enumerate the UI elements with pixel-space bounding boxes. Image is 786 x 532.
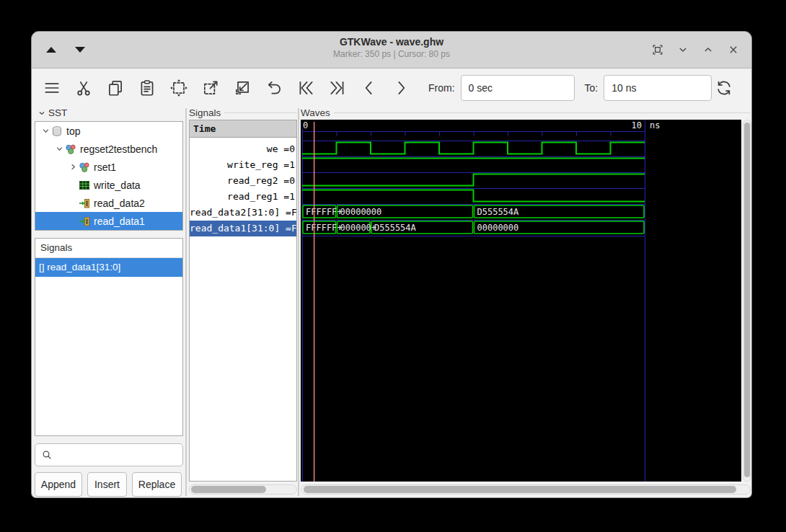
timeline-unit-label: ns [650, 120, 660, 130]
prev-edge-button[interactable] [358, 76, 381, 99]
skip-to-end-button[interactable] [326, 76, 349, 99]
signals-hscrollbar[interactable] [189, 484, 297, 495]
zoom-fit-button[interactable] [167, 76, 190, 99]
sst-header[interactable]: SST [37, 107, 67, 118]
titlebar-left-buttons [43, 32, 88, 68]
zoom-out-button[interactable] [199, 76, 222, 99]
reload-icon [715, 79, 733, 97]
zoom-in-icon [233, 79, 252, 97]
to-input[interactable] [604, 75, 712, 101]
undo-icon [265, 79, 283, 97]
signals-hscrollbar-thumb[interactable] [191, 486, 266, 493]
window-controls [650, 32, 741, 68]
signal-search-list: Signals [] read_data1[31:0] [35, 238, 183, 436]
signal-row[interactable]: we =0 [190, 141, 296, 157]
timeline-end-label: 10 [632, 120, 642, 130]
triangle-down-button[interactable] [72, 42, 88, 58]
skip-to-start-icon [296, 79, 315, 97]
vector-bracket-icon: [] [39, 262, 45, 272]
signals-frame-label: Signals [189, 107, 297, 118]
zoom-out-icon [201, 79, 220, 97]
pane-splitter-right[interactable] [298, 108, 299, 496]
copy-button[interactable] [104, 76, 127, 99]
insert-button[interactable]: Insert [87, 472, 127, 497]
prev-edge-icon [360, 79, 379, 97]
toolbar: From: To: [32, 68, 751, 107]
tree-item-label: read_data1 [94, 216, 145, 227]
db-icon [51, 125, 63, 137]
fullscreen-icon [650, 43, 665, 57]
replace-button[interactable]: Replace [132, 472, 182, 497]
menu-icon [43, 79, 61, 97]
time-header[interactable]: Time [190, 120, 296, 138]
wave-binary-we [302, 143, 645, 154]
cut-icon [74, 79, 93, 97]
expander-open[interactable] [40, 127, 51, 135]
skip-to-start-button[interactable] [294, 76, 317, 99]
port-icon [79, 198, 90, 209]
zoom-in-button[interactable] [231, 76, 254, 99]
sst-tree: top regset2testbench rset1 write_data re… [35, 121, 183, 231]
to-label: To: [585, 82, 599, 94]
gtkwave-window: GTKWave - wave.ghw Marker: 350 ps | Curs… [32, 32, 751, 497]
signal-row[interactable]: read_data1[31:0] =F [190, 221, 296, 236]
cut-button[interactable] [72, 76, 95, 99]
fullscreen-button[interactable] [650, 42, 666, 58]
close-icon [726, 43, 741, 57]
timeline-start-label: 0 [303, 120, 308, 130]
chevron-up-button[interactable] [700, 42, 716, 58]
signal-row[interactable]: read_reg1 =1 [190, 189, 296, 205]
copy-icon [106, 79, 125, 97]
paste-button[interactable] [136, 76, 159, 99]
tree-item-regset2testbench[interactable]: regset2testbench [35, 140, 182, 158]
menu-button[interactable] [40, 76, 63, 99]
search-input[interactable] [35, 443, 183, 466]
from-label: From: [428, 82, 455, 94]
window-title: GTKWave - wave.ghw [32, 36, 751, 48]
waves-frame-label: Waves [301, 107, 750, 118]
expander-closed[interactable] [67, 163, 79, 171]
tree-item-label: rset1 [94, 161, 116, 173]
waves-hscrollbar[interactable] [301, 484, 751, 495]
undo-button[interactable] [262, 76, 286, 99]
search-icon [41, 449, 53, 461]
wave-bus-value: D555554A [477, 207, 520, 217]
list-item-read_data1[31:0][interactable]: [] read_data1[31:0] [35, 258, 182, 277]
array-icon [79, 179, 90, 191]
signal-row[interactable]: read_data2[31:0] =F [190, 205, 296, 221]
titlebar: GTKWave - wave.ghw Marker: 350 ps | Curs… [32, 32, 751, 68]
waves-vscrollbar-thumb[interactable] [744, 123, 750, 477]
chevron-down-icon [676, 43, 690, 57]
reload-button[interactable] [712, 76, 736, 99]
triangle-down-icon [75, 47, 85, 53]
paste-icon [138, 79, 156, 97]
tree-item-write_data[interactable]: write_data [35, 176, 182, 194]
append-button[interactable]: Append [35, 472, 82, 497]
pane-splitter-left[interactable] [185, 108, 187, 496]
tree-item-rset1[interactable]: rset1 [35, 158, 182, 176]
tree-item-label: top [66, 125, 80, 137]
triangle-up-button[interactable] [43, 42, 59, 58]
chevron-up-icon [701, 43, 715, 57]
tree-item-label: write_data [94, 179, 141, 191]
chevron-down-button[interactable] [675, 42, 691, 58]
from-input[interactable] [461, 75, 575, 101]
signal-row[interactable]: read_reg2 =0 [190, 173, 296, 189]
signal-row[interactable]: write_reg =1 [190, 157, 296, 173]
next-edge-icon [392, 79, 410, 97]
window-subtitle: Marker: 350 ps | Cursor: 80 ps [32, 49, 751, 59]
wave-canvas[interactable]: 010nsFFFFFF+00000000D555554AFFFFFF+00000… [301, 120, 741, 482]
close-button[interactable] [725, 42, 741, 58]
titlebar-titles: GTKWave - wave.ghw Marker: 350 ps | Curs… [32, 36, 751, 59]
tree-item-read_data1[interactable]: read_data1 [35, 212, 182, 230]
tree-item-top[interactable]: top [35, 122, 182, 140]
waves-vscrollbar[interactable] [743, 120, 751, 482]
tree-item-read_data2[interactable]: read_data2 [35, 194, 182, 212]
port-icon [79, 216, 90, 227]
waves-hscrollbar-thumb[interactable] [304, 486, 736, 493]
wave-bus-value: D555554A [374, 223, 417, 233]
sst-label: SST [48, 107, 67, 118]
expander-open[interactable] [53, 145, 65, 153]
zoom-fit-icon [169, 79, 188, 97]
next-edge-button[interactable] [389, 76, 412, 99]
